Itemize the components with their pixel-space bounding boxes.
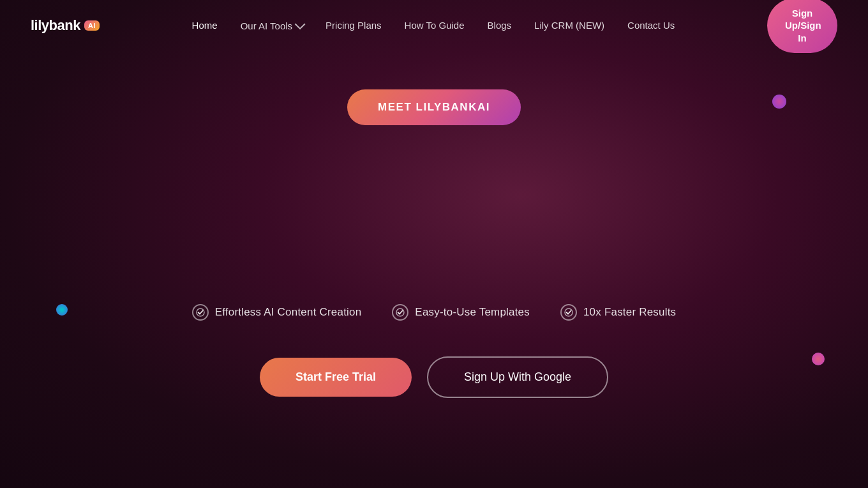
main-content: MEET LILYBANKAI Effortless AI Content Cr… [0, 51, 868, 398]
feature-item-3: 10x Faster Results [560, 304, 676, 321]
check-icon-3 [560, 304, 577, 321]
nav-item-contact[interactable]: Contact Us [627, 20, 675, 31]
logo[interactable]: lilybank AI [31, 17, 100, 34]
start-trial-button[interactable]: Start Free Trial [260, 358, 412, 397]
feature-label-3: 10x Faster Results [583, 306, 676, 319]
nav-link-home[interactable]: Home [192, 20, 218, 31]
logo-text: lilybank [31, 17, 80, 34]
nav-link-ai-tools[interactable]: Our AI Tools [241, 20, 303, 31]
meet-lilybankai-button[interactable]: MEET LILYBANKAI [347, 89, 521, 125]
nav-link-how-to[interactable]: How To Guide [405, 20, 465, 31]
nav-link-blogs[interactable]: Blogs [488, 20, 512, 31]
nav-item-pricing[interactable]: Pricing Plans [326, 20, 382, 31]
nav-item-crm[interactable]: Lily CRM (NEW) [534, 20, 604, 31]
nav-item-blogs[interactable]: Blogs [488, 20, 512, 31]
feature-label-2: Easy-to-Use Templates [415, 306, 530, 319]
sign-in-button[interactable]: SignUp/SignIn [767, 0, 837, 53]
navbar: lilybank AI Home Our AI Tools Pricing Pl… [0, 0, 868, 51]
check-icon-2 [392, 304, 408, 321]
google-signup-button[interactable]: Sign Up With Google [427, 356, 608, 398]
nav-link-contact[interactable]: Contact Us [627, 20, 675, 31]
nav-links: Home Our AI Tools Pricing Plans How To G… [192, 20, 675, 31]
nav-item-home[interactable]: Home [192, 20, 218, 31]
feature-item-2: Easy-to-Use Templates [392, 304, 530, 321]
nav-item-how-to[interactable]: How To Guide [405, 20, 465, 31]
nav-link-pricing[interactable]: Pricing Plans [326, 20, 382, 31]
nav-item-ai-tools[interactable]: Our AI Tools [241, 20, 303, 31]
chevron-down-icon [295, 19, 306, 29]
nav-link-crm[interactable]: Lily CRM (NEW) [534, 20, 604, 31]
feature-label-1: Effortless AI Content Creation [215, 306, 362, 319]
features-row: Effortless AI Content Creation Easy-to-U… [192, 304, 677, 321]
feature-item-1: Effortless AI Content Creation [192, 304, 362, 321]
check-icon-1 [192, 304, 209, 321]
cta-row: Start Free Trial Sign Up With Google [260, 356, 608, 398]
logo-badge: AI [84, 20, 100, 31]
